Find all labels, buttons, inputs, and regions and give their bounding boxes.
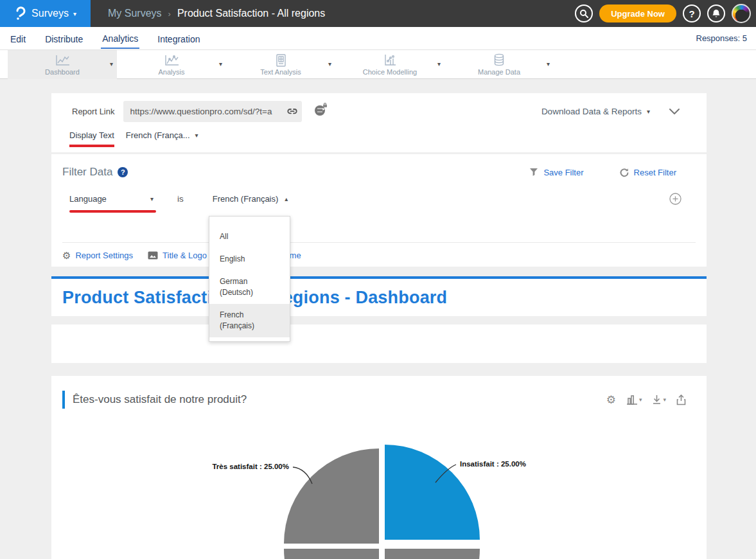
chevron-down-icon: ▾ bbox=[73, 10, 76, 17]
pie-slice-tres-satisfait[interactable] bbox=[284, 448, 379, 544]
refresh-icon bbox=[619, 168, 629, 177]
toolbar-manage-data[interactable]: Manage Data ▾ bbox=[444, 50, 554, 79]
breadcrumb-my-surveys[interactable]: My Surveys bbox=[108, 8, 162, 19]
dashboard-heading-card: Product Satisfaction - All regions - Das… bbox=[51, 276, 707, 316]
funnel-icon bbox=[529, 168, 538, 177]
bell-icon bbox=[712, 9, 721, 19]
globe-lock-icon[interactable] bbox=[313, 103, 329, 120]
toolbar-choice-modelling[interactable]: Choice Modelling ▾ bbox=[335, 50, 444, 79]
title-logo-link[interactable]: Title & Logo bbox=[148, 251, 207, 260]
display-text-tab[interactable]: Display Text bbox=[69, 129, 114, 147]
analytics-toolbar: Dashboard ▾ Analysis ▾ Text Analysis ▾ bbox=[0, 50, 756, 79]
help-button[interactable]: ? bbox=[683, 4, 701, 22]
product-switcher[interactable]: Surveys ▾ bbox=[0, 0, 91, 27]
help-badge-icon[interactable]: ? bbox=[118, 167, 128, 177]
dropdown-option-english[interactable]: English bbox=[209, 248, 290, 271]
question-accent-bar bbox=[62, 391, 65, 409]
pie-chart: Très satisfait : 25.00% Insatisfait : 25… bbox=[51, 440, 707, 559]
share-icon bbox=[676, 395, 686, 405]
download-icon bbox=[652, 395, 662, 405]
breadcrumb-separator-icon: › bbox=[168, 9, 171, 19]
report-settings-link[interactable]: ⚙ Report Settings bbox=[62, 251, 133, 260]
toolbar-analysis[interactable]: Analysis ▾ bbox=[117, 50, 226, 79]
upgrade-now-button[interactable]: Upgrade Now bbox=[599, 4, 676, 22]
chevron-down-icon: ▾ bbox=[150, 195, 154, 202]
add-filter-button[interactable] bbox=[669, 193, 681, 208]
report-url-input[interactable] bbox=[123, 101, 302, 122]
chevron-down-icon: ▾ bbox=[663, 396, 666, 403]
analysis-chart-icon bbox=[163, 54, 180, 67]
database-icon bbox=[493, 54, 505, 67]
search-button[interactable] bbox=[575, 4, 593, 22]
display-language-select[interactable]: French (França... ▾ bbox=[126, 129, 198, 140]
chevron-down-icon: ▾ bbox=[195, 132, 198, 139]
chevron-down-icon[interactable]: ▾ bbox=[219, 60, 222, 67]
chevron-down-icon[interactable]: ▾ bbox=[437, 60, 441, 67]
top-navbar: Surveys ▾ My Surveys › Product Satisfact… bbox=[0, 0, 756, 27]
document-grid-icon bbox=[274, 54, 287, 67]
question-chart-card: Êtes-vous satisfait de notre produit? ⚙ … bbox=[51, 376, 707, 559]
pie-slice-bottom-right[interactable] bbox=[385, 549, 480, 559]
link-chain-icon[interactable] bbox=[286, 106, 298, 119]
question-mark-icon: ? bbox=[689, 8, 694, 19]
download-chart-button[interactable]: ▾ bbox=[652, 395, 666, 405]
report-link-label: Report Link bbox=[72, 107, 114, 116]
chevron-up-icon: ▴ bbox=[285, 195, 288, 202]
active-field-underline bbox=[69, 210, 156, 213]
filter-data-card: Filter Data ? Save Filter Reset Fil bbox=[51, 154, 707, 267]
toolbar-text-analysis[interactable]: Text Analysis ▾ bbox=[226, 50, 335, 79]
responses-count: Responses: 5 bbox=[696, 33, 748, 43]
gear-icon: ⚙ bbox=[62, 251, 71, 260]
filter-operator: is bbox=[177, 193, 184, 204]
download-data-reports-dropdown[interactable]: Download Data & Reports ▾ bbox=[541, 107, 650, 116]
breadcrumb: My Surveys › Product Satisfaction - All … bbox=[108, 8, 325, 19]
chevron-down-icon[interactable]: ▾ bbox=[547, 60, 550, 67]
tab-integration[interactable]: Integration bbox=[156, 29, 201, 48]
toolbar-dashboard[interactable]: Dashboard ▾ bbox=[8, 50, 117, 79]
dropdown-option-all[interactable]: All bbox=[209, 226, 290, 248]
filter-data-title: Filter Data bbox=[62, 166, 112, 179]
chevron-down-icon: ▾ bbox=[647, 108, 650, 115]
chevron-down-icon[interactable]: ▾ bbox=[110, 60, 113, 67]
spacer-card bbox=[51, 324, 707, 363]
chart-type-button[interactable]: ▾ bbox=[626, 395, 642, 405]
language-dropdown-menu: All English German (Deutsch) French (Fra… bbox=[209, 216, 290, 342]
filter-field-select[interactable]: Language ▾ bbox=[69, 193, 156, 213]
bar-chart-icon bbox=[626, 395, 638, 405]
tab-distribute[interactable]: Distribute bbox=[44, 29, 84, 48]
pie-slice-bottom-left[interactable] bbox=[284, 549, 379, 559]
chevron-down-icon: ▾ bbox=[639, 396, 642, 403]
scatter-chart-icon bbox=[383, 54, 397, 67]
image-icon bbox=[148, 251, 158, 260]
notifications-button[interactable] bbox=[707, 4, 725, 22]
avatar[interactable] bbox=[732, 4, 751, 23]
chart-settings-button[interactable]: ⚙ bbox=[606, 395, 616, 405]
share-chart-button[interactable] bbox=[676, 395, 686, 405]
product-menu-label: Surveys bbox=[31, 8, 69, 19]
reset-filter-button[interactable]: Reset Filter bbox=[619, 168, 676, 177]
report-url-box bbox=[123, 101, 302, 122]
report-link-card: Report Link Download Data & R bbox=[51, 93, 707, 152]
tab-analytics[interactable]: Analytics bbox=[101, 28, 139, 49]
filter-value-select[interactable]: French (Français) ▴ bbox=[213, 193, 288, 204]
collapse-chevron-icon[interactable] bbox=[669, 109, 680, 114]
breadcrumb-current-survey: Product Satisfaction - All regions bbox=[177, 8, 325, 19]
survey-nav: Edit Distribute Analytics Integration Re… bbox=[0, 27, 756, 50]
questionpro-logo-icon bbox=[14, 6, 27, 21]
pie-label-tres-satisfait: Très satisfait : 25.00% bbox=[212, 463, 289, 470]
pie-slice-insatisfait[interactable] bbox=[385, 445, 480, 540]
gear-icon: ⚙ bbox=[606, 395, 616, 405]
save-filter-button[interactable]: Save Filter bbox=[529, 168, 583, 177]
tab-edit[interactable]: Edit bbox=[9, 29, 27, 48]
search-icon bbox=[579, 9, 588, 18]
dropdown-option-german[interactable]: German (Deutsch) bbox=[209, 271, 290, 304]
divider bbox=[62, 242, 696, 243]
dropdown-option-french[interactable]: French (Français) bbox=[209, 304, 290, 337]
chevron-down-icon[interactable]: ▾ bbox=[328, 60, 331, 67]
pie-label-insatisfait: Insatisfait : 25.00% bbox=[460, 460, 526, 468]
question-title: Êtes-vous satisfait de notre produit? bbox=[73, 393, 247, 406]
line-chart-icon bbox=[54, 54, 71, 67]
